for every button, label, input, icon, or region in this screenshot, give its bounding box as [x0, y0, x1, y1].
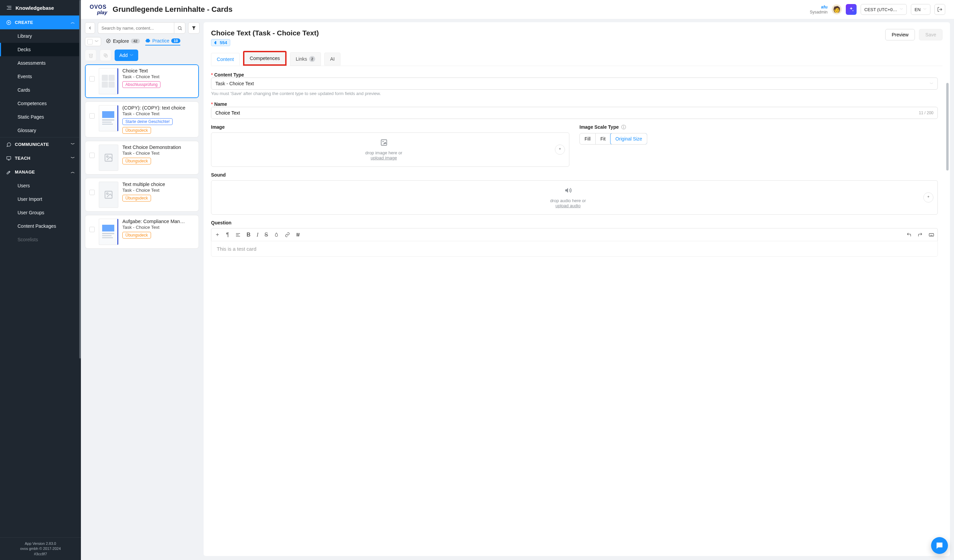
card-title: Text multiple choice [122, 182, 195, 187]
upload-audio-link[interactable]: upload audio [555, 203, 580, 208]
sidebar-item-content-packages[interactable]: Content Packages [0, 219, 81, 233]
tab-competences[interactable]: Competences [243, 51, 287, 66]
sidebar-item-assessments[interactable]: Assessments [0, 56, 81, 70]
card-checkbox[interactable] [89, 113, 95, 118]
copy-button [100, 50, 111, 61]
search-button[interactable] [174, 22, 186, 34]
card-checkbox[interactable] [89, 76, 95, 81]
intercom-launcher[interactable] [931, 537, 948, 554]
sidebar-item-glossary[interactable]: Glossary [0, 124, 81, 137]
section-label: MANAGE [15, 170, 35, 174]
editor-ink-icon[interactable] [274, 232, 279, 237]
sidebar-section-teach[interactable]: TEACH ﹀ [0, 151, 81, 165]
sidebar-item-library[interactable]: Library [0, 29, 81, 43]
timezone-dropdown[interactable]: CEST (UTC+0… ﹀ [860, 4, 907, 15]
add-button[interactable]: Add ﹀ [115, 50, 138, 61]
sidebar-item-users[interactable]: Users [0, 179, 81, 192]
chevron-down-icon: ﹀ [95, 39, 99, 45]
card-subtitle: Task - Choice Text [122, 188, 195, 193]
editor-redo-icon[interactable] [918, 232, 923, 237]
sidebar-item-scorelists[interactable]: Scorelists [0, 233, 81, 246]
checkbox[interactable] [87, 39, 93, 45]
editor-keyboard-icon[interactable] [929, 232, 934, 238]
card-item[interactable]: (COPY): (COPY): text choiceTask - Choice… [85, 101, 199, 137]
card-title: (COPY): (COPY): text choice [122, 105, 195, 110]
select-all[interactable]: ﹀ [85, 37, 101, 46]
card-checkbox[interactable] [89, 190, 95, 195]
editor-library-icon[interactable] [296, 232, 301, 237]
tab-links[interactable]: Links 2 [290, 52, 321, 66]
detail-tabs: Content Competences Links 2 AI [211, 52, 943, 66]
editor-undo-icon[interactable] [906, 232, 912, 237]
logout-button[interactable] [934, 4, 945, 15]
image-dropzone[interactable]: drop image here or upload image [211, 132, 569, 167]
svg-point-24 [106, 193, 108, 194]
sidebar-section-manage[interactable]: MANAGE ︿ [0, 165, 81, 179]
card-subtitle: Task - Choice Text [122, 74, 195, 79]
svg-rect-20 [102, 124, 113, 124]
avatar[interactable]: 🧑 [832, 5, 842, 14]
card-item[interactable]: Choice TextTask - Choice TextAbschlusspr… [85, 64, 199, 98]
card-checkbox[interactable] [89, 152, 95, 158]
sidebar-item-decks[interactable]: Decks [0, 43, 81, 56]
card-item[interactable]: Aufgabe: Compliance Man…Task - Choice Te… [85, 215, 199, 249]
scale-original[interactable]: Original Size [610, 133, 647, 145]
editor-align-icon[interactable] [235, 232, 241, 238]
presentation-icon [6, 156, 11, 161]
sidebar-item-static-pages[interactable]: Static Pages [0, 110, 81, 124]
sidebar-section-communicate[interactable]: COMMUNICATE ﹀ [0, 137, 81, 151]
content-type-select[interactable]: Task - Choice Text ﹀ [211, 78, 938, 90]
sidebar-item-user-import[interactable]: User Import [0, 192, 81, 206]
svg-point-30 [382, 141, 383, 142]
mode-practice[interactable]: Practice 10 [145, 38, 180, 45]
card-item[interactable]: Text Choice DemonstrationTask - Choice T… [85, 141, 199, 174]
sidebar-item-user-groups[interactable]: User Groups [0, 206, 81, 219]
tab-content[interactable]: Content [211, 53, 240, 65]
preview-button[interactable]: Preview [885, 29, 915, 40]
tab-ai[interactable]: AI [324, 53, 340, 65]
editor-add-icon[interactable]: ＋ [215, 231, 220, 238]
editor-paragraph-icon[interactable]: ¶ [226, 232, 229, 238]
user-block[interactable]: afu Sysadmin [810, 5, 828, 14]
section-label: COMMUNICATE [15, 142, 49, 147]
name-input[interactable] [211, 107, 915, 118]
svg-point-10 [178, 26, 181, 29]
ai-sparkle-button[interactable] [846, 4, 857, 15]
editor-strike-icon[interactable]: S [264, 232, 268, 238]
sound-dropzone[interactable]: drop audio here or upload audio [211, 180, 938, 215]
detail-scrollbar[interactable] [946, 83, 949, 171]
card-item[interactable]: Text multiple choiceTask - Choice TextÜb… [85, 178, 199, 212]
image-ai-action[interactable] [555, 145, 565, 155]
knowledgebase-icon [6, 5, 12, 11]
editor-body[interactable]: This is a test card [211, 241, 938, 257]
sidebar-scrollbar-thumb[interactable] [79, 0, 81, 358]
sidebar-scrollbar[interactable] [79, 0, 81, 560]
language-dropdown[interactable]: EN ﹀ [911, 4, 931, 15]
svg-point-22 [106, 156, 108, 157]
sidebar-item-cards[interactable]: Cards [0, 83, 81, 97]
search-input[interactable] [98, 22, 174, 34]
sidebar-item-events[interactable]: Events [0, 70, 81, 83]
delete-button [85, 50, 97, 61]
scale-fill[interactable]: Fill [580, 134, 595, 144]
mode-explore[interactable]: Explore 42 [106, 39, 140, 45]
user-role: Sysadmin [810, 10, 828, 14]
scale-fit[interactable]: Fit [595, 134, 611, 144]
sound-ai-action[interactable] [923, 192, 934, 202]
editor-link-icon[interactable] [285, 232, 290, 237]
sidebar-section-create[interactable]: CREATE ︿ [0, 16, 81, 29]
copyright: ovos gmbh © 2017-2024 [2, 546, 79, 551]
editor-bold-icon[interactable]: B [247, 232, 251, 238]
card-title: Choice Text [122, 68, 195, 73]
card-checkbox[interactable] [89, 227, 95, 232]
card-list[interactable]: Choice TextTask - Choice TextAbschlusspr… [85, 64, 200, 556]
back-button[interactable] [85, 22, 95, 34]
question-label: Question [211, 220, 938, 226]
sidebar-item-competences[interactable]: Competences [0, 97, 81, 110]
detail-title: Choice Text (Task - Choice Text) [211, 29, 319, 37]
filter-button[interactable] [188, 22, 200, 34]
sidebar-title: Knowledgebase [16, 5, 54, 11]
editor-italic-icon[interactable]: I [257, 232, 258, 238]
upload-image-link[interactable]: upload image [371, 156, 397, 160]
app-version: App Version 2.83.0 [2, 541, 79, 546]
